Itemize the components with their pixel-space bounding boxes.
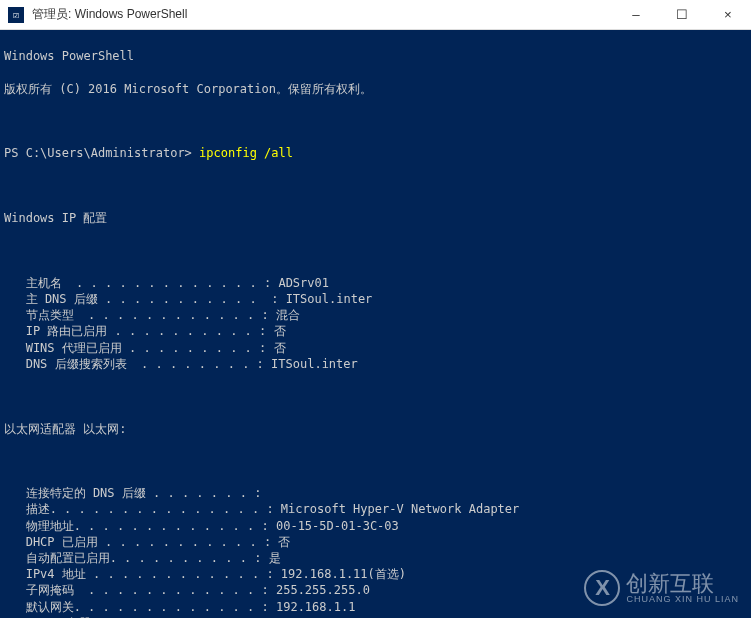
- window-title: 管理员: Windows PowerShell: [32, 6, 613, 23]
- watermark-main: 创新互联: [626, 573, 739, 595]
- watermark: X 创新互联 CHUANG XIN HU LIAN: [584, 570, 739, 606]
- config-row: DHCP 已启用 . . . . . . . . . . . : 否: [4, 534, 747, 550]
- maximize-button[interactable]: ☐: [659, 0, 705, 29]
- prompt-line: PS C:\Users\Administrator> ipconfig /all: [4, 145, 747, 161]
- config-row: WINS 代理已启用 . . . . . . . . . : 否: [4, 340, 747, 356]
- host-config-block: 主机名 . . . . . . . . . . . . . : ADSrv01 …: [4, 275, 747, 372]
- config-row: 物理地址. . . . . . . . . . . . . : 00-15-5D…: [4, 518, 747, 534]
- watermark-sub: CHUANG XIN HU LIAN: [626, 595, 739, 604]
- adapter-title: 以太网适配器 以太网:: [4, 421, 747, 437]
- config-row: 主机名 . . . . . . . . . . . . . : ADSrv01: [4, 275, 747, 291]
- watermark-logo: X: [584, 570, 620, 606]
- config-row: 自动配置已启用. . . . . . . . . . : 是: [4, 550, 747, 566]
- config-row: 节点类型 . . . . . . . . . . . . : 混合: [4, 307, 747, 323]
- powershell-icon: ☑: [8, 7, 24, 23]
- close-button[interactable]: ×: [705, 0, 751, 29]
- config-row: DNS 后缀搜索列表 . . . . . . . . : ITSoul.inte…: [4, 356, 747, 372]
- config-row: 连接特定的 DNS 后缀 . . . . . . . :: [4, 485, 747, 501]
- terminal-output[interactable]: Windows PowerShell 版权所有 (C) 2016 Microso…: [0, 30, 751, 618]
- window-controls: – ☐ ×: [613, 0, 751, 29]
- copyright-line: 版权所有 (C) 2016 Microsoft Corporation。保留所有…: [4, 81, 747, 97]
- config-row: IP 路由已启用 . . . . . . . . . . : 否: [4, 323, 747, 339]
- section-title: Windows IP 配置: [4, 210, 747, 226]
- minimize-button[interactable]: –: [613, 0, 659, 29]
- config-row: 描述. . . . . . . . . . . . . . . : Micros…: [4, 501, 747, 517]
- command-text: ipconfig /all: [199, 146, 293, 160]
- config-row: 主 DNS 后缀 . . . . . . . . . . . : ITSoul.…: [4, 291, 747, 307]
- titlebar: ☑ 管理员: Windows PowerShell – ☐ ×: [0, 0, 751, 30]
- header-line: Windows PowerShell: [4, 48, 747, 64]
